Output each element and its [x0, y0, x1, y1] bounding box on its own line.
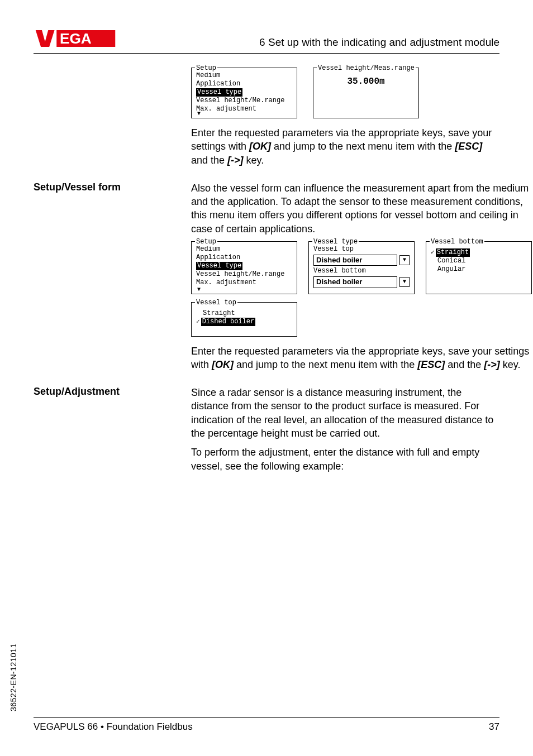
lcd-top-label: Vessel top — [313, 245, 410, 253]
lcd-vessel-type-box: Vessel type Vessel top Dished boiler ▼ V… — [308, 241, 415, 294]
header-rule — [34, 53, 499, 54]
lcd-highlight: Vessel type — [196, 262, 242, 270]
page-number: 37 — [489, 721, 499, 733]
vessel-bottom-value: Dished boiler — [313, 276, 397, 288]
vessel-form-paragraph-2: Enter the requested parameters via the a… — [191, 344, 532, 372]
lcd-line: Max. adjustment — [196, 105, 292, 113]
lcd-highlight: Dished boiler — [201, 318, 256, 326]
arrow-key: [->] — [484, 359, 500, 370]
dropdown-icon[interactable]: ▼ — [399, 277, 410, 287]
vessel-form-paragraph: Also the vessel form can influence the m… — [191, 181, 532, 236]
down-arrow-icon: ▼ — [197, 111, 201, 117]
ok-key: [OK] — [249, 141, 271, 152]
footer-product: VEGAPULS 66 • Foundation Fieldbus — [34, 721, 193, 733]
intro-paragraph: Enter the requested parameters via the a… — [191, 126, 499, 167]
lcd-vessel-bottom-box: Vessel bottom Straight Conical Angular — [426, 241, 532, 294]
lcd-title: Vessel top — [195, 299, 237, 307]
esc-key: [ESC] — [417, 359, 445, 370]
vessel-bottom-select[interactable]: Dished boiler ▼ — [313, 276, 410, 288]
lcd-setup-title: Setup — [195, 64, 217, 73]
section-title: 6 Set up with the indicating and adjustm… — [259, 36, 499, 49]
logo-v-shape — [36, 30, 55, 47]
lcd-line: Medium — [196, 71, 292, 80]
arrow-key: [->] — [227, 155, 244, 166]
lcd-highlight: Straight — [436, 248, 470, 257]
lcd-row-vessel: Setup Medium Application Vessel type Ves… — [191, 241, 532, 294]
lcd-range-box: Vessel height/Meas.range 35.000m — [313, 68, 419, 118]
lcd-title: Setup — [195, 238, 217, 246]
lcd-title: Vessel bottom — [430, 238, 484, 246]
esc-key: [ESC] — [455, 141, 482, 152]
lcd-row-intro: Setup Medium Application Vessel type Ves… — [191, 68, 499, 118]
adjustment-paragraph-2: To perform the adjustment, enter the dis… — [191, 446, 499, 473]
footer-rule — [34, 717, 499, 718]
vega-logo: EGA — [34, 28, 117, 49]
down-arrow-icon: ▼ — [197, 287, 201, 293]
heading-adjustment: Setup/Adjustment — [34, 386, 191, 479]
heading-vessel-form: Setup/Vessel form — [34, 181, 191, 377]
lcd-line: Application — [196, 80, 292, 88]
lcd-line: Vessel height/Me.range — [196, 97, 292, 105]
side-doc-id: 36522-EN-121011 — [9, 643, 18, 711]
vessel-top-value: Dished boiler — [313, 255, 397, 266]
adjustment-paragraph-1: Since a radar sensor is a distance measu… — [191, 386, 499, 440]
lcd-range-title: Vessel height/Meas.range — [317, 64, 416, 73]
lcd-vessel-top-box: Vessel top Straight Dished boiler — [191, 302, 297, 337]
lcd-title: Vessel type — [312, 238, 359, 246]
dropdown-icon[interactable]: ▼ — [399, 255, 410, 265]
logo-text: EGA — [60, 30, 92, 47]
lcd-setup-box: Setup Medium Application Vessel type Ves… — [191, 68, 297, 118]
lcd-highlight: Vessel type — [196, 88, 242, 97]
vessel-top-select[interactable]: Dished boiler ▼ — [313, 255, 410, 266]
lcd-bottom-label: Vessel bottom — [313, 267, 410, 275]
ok-key: [OK] — [212, 359, 234, 370]
lcd-setup-box-2: Setup Medium Application Vessel type Ves… — [191, 241, 297, 294]
page-content: Setup Medium Application Vessel type Ves… — [34, 64, 499, 479]
lcd-row-vessel-top: Vessel top Straight Dished boiler — [191, 302, 532, 337]
lcd-range-value: 35.000m — [318, 71, 414, 90]
